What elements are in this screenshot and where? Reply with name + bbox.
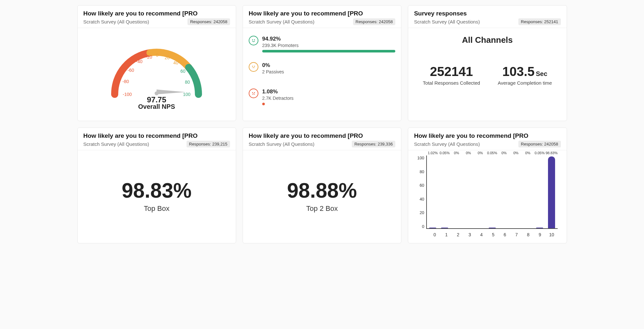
detractors-desc: 2.7K Detractors bbox=[262, 96, 395, 101]
bar-label: 0.05% bbox=[440, 151, 450, 155]
bar-label: 0% bbox=[513, 151, 518, 155]
bar-col: 0% bbox=[510, 155, 522, 228]
svg-point-21 bbox=[254, 92, 255, 93]
responses-badge: Responses: 242058 bbox=[353, 18, 396, 25]
detractors-bar bbox=[262, 103, 265, 105]
svg-text:80: 80 bbox=[185, 80, 190, 85]
card-top-2-box[interactable]: How likely are you to recommend [PRO Scr… bbox=[243, 127, 401, 243]
promoters-bar bbox=[262, 50, 395, 52]
svg-text:0: 0 bbox=[156, 52, 159, 58]
card-header: How likely are you to recommend [PRO Scr… bbox=[78, 5, 236, 28]
channels-heading: All Channels bbox=[414, 35, 561, 45]
svg-point-15 bbox=[252, 40, 253, 40]
bar-col: 0% bbox=[451, 155, 463, 228]
svg-text:100: 100 bbox=[183, 92, 191, 97]
y-tick: 80 bbox=[419, 169, 424, 174]
total-responses-label: Total Responses Collected bbox=[423, 80, 480, 86]
svg-point-17 bbox=[252, 66, 253, 67]
svg-text:-20: -20 bbox=[146, 54, 152, 60]
detractors-row: 1.08% 2.7K Detractors bbox=[249, 89, 395, 105]
bar-col: 0.05% bbox=[439, 155, 451, 228]
svg-text:60: 60 bbox=[180, 69, 186, 74]
x-tick: 1 bbox=[440, 229, 452, 237]
svg-text:Overall NPS: Overall NPS bbox=[138, 103, 175, 109]
total-responses-value: 252141 bbox=[423, 64, 480, 79]
card-survey-responses[interactable]: Survey responses Scratch Survey (All Que… bbox=[408, 5, 567, 121]
smile-icon bbox=[249, 36, 258, 45]
svg-marker-11 bbox=[157, 89, 186, 94]
card-subtitle: Scratch Survey (All Questions) bbox=[83, 141, 149, 147]
bar-label: 0.05% bbox=[487, 151, 497, 155]
svg-text:-60: -60 bbox=[128, 68, 134, 73]
responses-badge: Responses: 239,215 bbox=[187, 141, 230, 147]
card-header: How likely are you to recommend [PRO Scr… bbox=[243, 128, 401, 150]
y-axis: 100806040200 bbox=[417, 155, 426, 229]
total-responses: 252141 Total Responses Collected bbox=[423, 64, 480, 86]
neutral-icon bbox=[249, 62, 258, 72]
promoters-pct: 94.92% bbox=[262, 36, 395, 42]
x-tick: 7 bbox=[511, 229, 522, 237]
bar-label: 0% bbox=[478, 151, 483, 155]
x-tick: 4 bbox=[476, 229, 487, 237]
card-title: Survey responses bbox=[414, 10, 561, 17]
top-box-label: Top Box bbox=[144, 204, 169, 213]
x-axis: 012345678910 bbox=[417, 229, 557, 237]
svg-text:20: 20 bbox=[165, 55, 170, 60]
y-tick: 20 bbox=[419, 210, 424, 215]
x-tick: 0 bbox=[429, 229, 440, 237]
svg-point-20 bbox=[252, 92, 253, 93]
detractors-pct: 1.08% bbox=[262, 89, 395, 95]
bar-label: 0% bbox=[502, 151, 507, 155]
bar-col: 0% bbox=[522, 155, 534, 228]
card-title: How likely are you to recommend [PRO bbox=[83, 10, 230, 17]
frown-icon bbox=[249, 89, 258, 98]
y-tick: 60 bbox=[419, 183, 424, 188]
card-subtitle: Scratch Survey (All Questions) bbox=[249, 141, 314, 147]
x-tick: 8 bbox=[523, 229, 534, 237]
distribution-chart: 100806040200 1.02%0.05%0%0%0%0.05%0%0%0%… bbox=[414, 154, 561, 237]
card-header: Survey responses Scratch Survey (All Que… bbox=[408, 5, 566, 28]
svg-text:-100: -100 bbox=[123, 92, 132, 97]
passives-pct: 0% bbox=[262, 62, 395, 69]
avg-completion: 103.5Sec Average Completion time bbox=[498, 64, 552, 86]
card-nps-gauge[interactable]: How likely are you to recommend [PRO Scr… bbox=[77, 5, 236, 121]
card-title: How likely are you to recommend [PRO bbox=[249, 10, 395, 17]
bar-label: 98.83% bbox=[545, 151, 557, 155]
bar-rect bbox=[536, 228, 543, 228]
svg-point-18 bbox=[254, 66, 255, 67]
card-header: How likely are you to recommend [PRO Scr… bbox=[408, 128, 566, 150]
card-subtitle: Scratch Survey (All Questions) bbox=[83, 19, 149, 24]
card-title: How likely are you to recommend [PRO bbox=[249, 132, 395, 139]
bar-col: 1.02% bbox=[427, 155, 439, 228]
passives-desc: 2 Passives bbox=[262, 69, 395, 74]
promoters-row: 94.92% 239.3K Promoters bbox=[249, 36, 395, 52]
x-tick: 2 bbox=[452, 229, 464, 237]
avg-completion-value: 103.5 bbox=[502, 64, 534, 79]
card-subtitle: Scratch Survey (All Questions) bbox=[249, 19, 314, 24]
card-header: How likely are you to recommend [PRO Scr… bbox=[243, 5, 401, 28]
breakdown-body: 94.92% 239.3K Promoters 0% 2 Passives bbox=[243, 28, 401, 121]
bar-label: 1.02% bbox=[428, 151, 438, 155]
card-nps-breakdown[interactable]: How likely are you to recommend [PRO Scr… bbox=[243, 5, 401, 121]
svg-point-12 bbox=[155, 91, 159, 95]
card-top-box[interactable]: How likely are you to recommend [PRO Scr… bbox=[77, 127, 236, 243]
dashboard-grid: How likely are you to recommend [PRO Scr… bbox=[77, 5, 567, 243]
x-tick: 6 bbox=[499, 229, 511, 237]
card-title: How likely are you to recommend [PRO bbox=[83, 132, 230, 139]
bar-col: 0% bbox=[462, 155, 474, 228]
avg-completion-label: Average Completion time bbox=[498, 80, 552, 86]
card-subtitle: Scratch Survey (All Questions) bbox=[414, 141, 480, 147]
y-tick: 100 bbox=[417, 155, 424, 160]
svg-text:-40: -40 bbox=[136, 59, 142, 64]
responses-badge: Responses: 252141 bbox=[518, 18, 561, 25]
card-distribution[interactable]: How likely are you to recommend [PRO Scr… bbox=[408, 127, 567, 243]
svg-text:40: 40 bbox=[173, 60, 178, 65]
bar-col: 0.05% bbox=[486, 155, 498, 228]
bar-rect bbox=[489, 228, 496, 228]
svg-text:-80: -80 bbox=[122, 79, 129, 84]
svg-text:97.75: 97.75 bbox=[147, 95, 166, 104]
bar-col: 0% bbox=[498, 155, 510, 228]
x-tick: 9 bbox=[534, 229, 546, 237]
top-box-value: 98.83% bbox=[122, 179, 192, 202]
bar-col: 0% bbox=[474, 155, 486, 228]
